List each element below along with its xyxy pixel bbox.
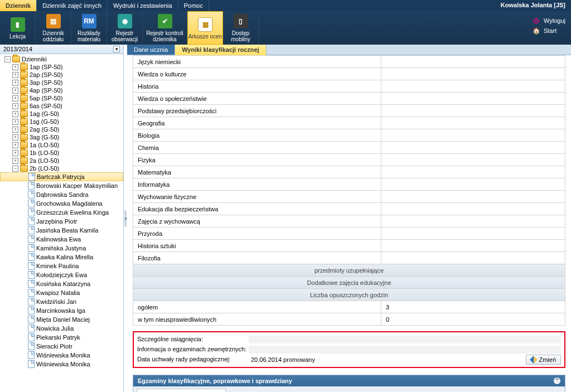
- tree-class-node[interactable]: −2b (LO-50): [0, 164, 123, 172]
- subject-cell: Język niemiecki: [133, 56, 381, 68]
- ribbon-dziennik-oddzialu[interactable]: ▤ Dziennik oddziału: [36, 11, 71, 45]
- start-link[interactable]: 🏠 Start: [533, 27, 565, 35]
- expand-icon[interactable]: +: [12, 95, 18, 101]
- expand-icon[interactable]: +: [12, 64, 18, 70]
- exams-search-input[interactable]: [137, 389, 226, 392]
- grade-cell: [381, 117, 565, 129]
- section-header-row: Dodatkowe zajęcia edukacyjne: [133, 277, 565, 289]
- tree-student-node[interactable]: Grzeszczuk Ewelina Kinga: [0, 208, 123, 217]
- achievements-box: Szczególne osiągnięcia: Informacja o egz…: [133, 331, 565, 368]
- table-row: Język niemiecki: [133, 56, 565, 68]
- expand-icon[interactable]: +: [12, 88, 18, 94]
- ribbon-rejestr-obserwacji[interactable]: ◉ Rejestr obserwacji: [107, 11, 143, 45]
- tree-class-node[interactable]: +5ap (SP-50): [0, 94, 123, 102]
- expand-icon[interactable]: +: [12, 72, 18, 78]
- logout-link[interactable]: ⏻ Wyloguj: [533, 17, 565, 25]
- tree-class-node[interactable]: +1ag (G-50): [0, 110, 123, 118]
- page-icon: [28, 253, 35, 261]
- tree-class-node[interactable]: +1ap (SP-50): [0, 63, 123, 71]
- ribbon-lekcja[interactable]: ▮ Lekcja: [0, 11, 36, 45]
- tree-student-node[interactable]: Marcinkowska Iga: [0, 306, 123, 315]
- ribbon-label: Rejestr obserwacji: [107, 30, 142, 42]
- tab-dziennik[interactable]: Dziennik: [0, 0, 37, 11]
- page-icon: [28, 360, 35, 368]
- tree-student-node[interactable]: Wiśniewska Monika: [0, 360, 123, 369]
- tree-student-node[interactable]: Wiśniewska Monika: [0, 351, 123, 360]
- tree-class-node[interactable]: +3ap (SP-50): [0, 79, 123, 86]
- collapse-icon[interactable]: −: [12, 166, 18, 172]
- tree-root[interactable]: − Dzienniki: [0, 55, 123, 63]
- ribbon-rozklady[interactable]: RM Rozkłady materiału: [71, 11, 107, 45]
- tree-class-node[interactable]: +3ag (G-50): [0, 133, 123, 141]
- chevron-down-icon[interactable]: ▾: [113, 46, 120, 52]
- collapse-panel-icon[interactable]: ⌃: [554, 378, 560, 384]
- expand-icon[interactable]: +: [12, 111, 18, 117]
- tree-student-label: Kamińska Justyna: [36, 245, 86, 251]
- tree-student-node[interactable]: Kawka Kalina Mirella: [0, 253, 123, 262]
- folder-icon: ▤: [46, 14, 61, 28]
- expand-icon[interactable]: +: [12, 127, 18, 133]
- table-row: Matematyka: [133, 166, 565, 178]
- achievements-label: Szczególne osiągnięcia:: [137, 336, 249, 343]
- tree-class-node[interactable]: +1a (LO-50): [0, 141, 123, 149]
- tree-student-label: Nowicka Julia: [36, 325, 74, 332]
- tree-student-label: Kołodziejczyk Ewa: [36, 272, 87, 278]
- tree-student-node[interactable]: Nowicka Julia: [0, 324, 123, 333]
- tree-student-node[interactable]: Kosińska Katarzyna: [0, 279, 123, 288]
- tab-wyniki-klasyfikacji[interactable]: Wyniki klasyfikacji rocznej: [175, 45, 267, 55]
- expand-icon[interactable]: +: [12, 158, 18, 164]
- tree-student-node[interactable]: Jarzębina Piotr: [0, 217, 123, 226]
- expand-icon[interactable]: +: [12, 80, 18, 86]
- expand-icon[interactable]: +: [12, 134, 18, 141]
- tree-student-node[interactable]: Kwapisz Natalia: [0, 288, 123, 297]
- tree-student-node[interactable]: Kwidziński Jan: [0, 297, 123, 306]
- page-icon: [28, 209, 35, 216]
- tree-student-node[interactable]: Kminek Paulina: [0, 262, 123, 270]
- tree-class-node[interactable]: +1b (LO-50): [0, 149, 123, 157]
- tree-student-node[interactable]: Bartczak Patrycja: [0, 172, 123, 181]
- tree-student-node[interactable]: Kołodziejczyk Ewa: [0, 270, 123, 279]
- subject-cell: Chemia: [133, 142, 381, 154]
- expand-icon[interactable]: +: [12, 103, 18, 109]
- ribbon-arkusze-ocen[interactable]: ▦ Arkusze ocen: [187, 11, 223, 45]
- expand-icon[interactable]: +: [12, 119, 18, 125]
- ribbon-label: Dziennik oddziału: [36, 30, 71, 42]
- change-button[interactable]: Zmień: [526, 355, 561, 365]
- tree-class-node[interactable]: +1sg (G-50): [0, 118, 123, 125]
- tree-student-node[interactable]: Sieracki Piotr: [0, 342, 123, 351]
- tree-student-node[interactable]: Jasińska Beata Kamila: [0, 226, 123, 235]
- collapse-icon[interactable]: −: [4, 56, 11, 62]
- tree-class-node[interactable]: +2ag (G-50): [0, 125, 123, 133]
- tree-student-node[interactable]: Mięta Daniel Maciej: [0, 315, 123, 324]
- tree-class-node[interactable]: +6as (SP-50): [0, 102, 123, 110]
- page-icon: [28, 200, 35, 207]
- table-row: w tym nieusprawiedliwionych0: [133, 313, 565, 326]
- tree-student-node[interactable]: Kamińska Justyna: [0, 244, 123, 253]
- tree-class-label: 1ap (SP-50): [30, 64, 62, 70]
- expand-icon[interactable]: +: [12, 142, 18, 148]
- grade-cell: [381, 240, 565, 252]
- expand-icon[interactable]: +: [12, 150, 18, 156]
- ribbon-rejestr-kontroli[interactable]: ✔ Rejestr kontroli dziennika: [143, 11, 187, 45]
- ribbon-dostep-mobilny[interactable]: ▯ Dostęp mobilny: [223, 11, 259, 45]
- tab-wydruki[interactable]: Wydruki i zestawienia: [108, 0, 178, 11]
- page-icon: [28, 226, 35, 234]
- tab-dziennik-zajec-innych[interactable]: Dziennik zajęć innych: [37, 0, 108, 11]
- tree-student-node[interactable]: Grochowska Magdalena: [0, 199, 123, 208]
- tab-dane-ucznia[interactable]: Dane ucznia: [127, 45, 175, 55]
- board-icon: ▮: [11, 17, 25, 32]
- subject-cell: Matematyka: [133, 166, 381, 178]
- tab-pomoc[interactable]: Pomoc: [178, 0, 209, 11]
- tree-class-label: 1a (LO-50): [30, 142, 59, 148]
- tree-class-node[interactable]: +4ap (SP-50): [0, 86, 123, 94]
- page-icon: [28, 342, 35, 350]
- tree-student-node[interactable]: Borowski Kacper Maksymilian: [0, 181, 123, 190]
- page-icon: [28, 271, 35, 279]
- tree-student-node[interactable]: Kalinowska Ewa: [0, 235, 123, 244]
- tree-class-node[interactable]: +2a (LO-50): [0, 157, 123, 164]
- tree-class-label: 6as (SP-50): [30, 103, 62, 109]
- tree-class-node[interactable]: +2ap (SP-50): [0, 71, 123, 79]
- tree-student-node[interactable]: Piekarski Patryk: [0, 333, 123, 342]
- year-selector[interactable]: 2013/2014 ▾: [0, 45, 123, 54]
- tree-student-node[interactable]: Dąbrowska Sandra: [0, 190, 123, 199]
